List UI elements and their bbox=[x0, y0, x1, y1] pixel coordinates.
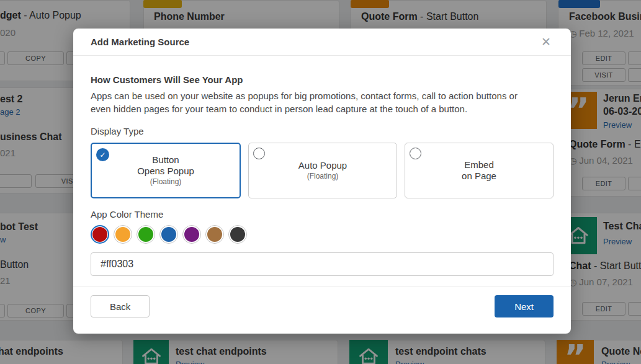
swatch-dot bbox=[161, 227, 176, 242]
option-line2: on Page bbox=[462, 171, 496, 182]
swatch-green[interactable] bbox=[137, 225, 155, 244]
swatch-red[interactable] bbox=[91, 225, 109, 244]
swatch-dot bbox=[207, 227, 222, 242]
app-window: dget - Auto Popup 020 COPY est 2 age 2 u… bbox=[0, 0, 641, 364]
swatch-dot bbox=[138, 227, 153, 242]
check-icon: ✓ bbox=[99, 151, 105, 159]
close-icon[interactable]: ✕ bbox=[539, 33, 554, 50]
back-button[interactable]: Back bbox=[91, 295, 150, 317]
option-button-opens-popup[interactable]: ✓ Button Opens Popup (Floating) bbox=[91, 143, 241, 198]
next-button[interactable]: Next bbox=[495, 295, 554, 317]
add-marketing-source-modal: Add Marketing Source ✕ How Customers Wil… bbox=[73, 29, 571, 334]
color-swatches bbox=[91, 225, 554, 244]
modal-title: Add Marketing Source bbox=[91, 37, 189, 47]
swatch-dot bbox=[115, 227, 130, 242]
modal-body: How Customers Will See Your App Apps can… bbox=[73, 74, 571, 276]
section-heading: How Customers Will See Your App bbox=[91, 74, 554, 85]
option-embed-on-page[interactable]: Embed on Page bbox=[405, 143, 554, 198]
swatch-dark-gray[interactable] bbox=[228, 225, 247, 244]
section-description: Apps can be used on your website as popu… bbox=[91, 89, 537, 115]
option-auto-popup[interactable]: Auto Popup (Floating) bbox=[248, 143, 397, 198]
swatch-orange[interactable] bbox=[114, 225, 132, 244]
option-line1: Auto Popup bbox=[298, 160, 347, 171]
option-sub: (Floating) bbox=[307, 171, 339, 181]
swatch-brown[interactable] bbox=[205, 225, 224, 244]
option-line1: Embed bbox=[464, 159, 494, 171]
swatch-dot bbox=[230, 227, 245, 242]
option-sub: (Floating) bbox=[150, 177, 182, 187]
swatch-purple[interactable] bbox=[182, 225, 201, 244]
radio-unchecked-icon bbox=[410, 148, 421, 159]
modal-footer: Back Next bbox=[73, 286, 571, 317]
display-type-label: Display Type bbox=[91, 126, 554, 136]
swatch-dot bbox=[184, 227, 199, 242]
modal-header: Add Marketing Source ✕ bbox=[73, 29, 571, 56]
hex-color-input[interactable] bbox=[91, 252, 554, 276]
radio-checked-icon: ✓ bbox=[96, 148, 109, 161]
display-type-options: ✓ Button Opens Popup (Floating) Auto Pop… bbox=[91, 143, 554, 198]
option-line2: Opens Popup bbox=[137, 166, 194, 177]
radio-unchecked-icon bbox=[253, 148, 265, 159]
swatch-dot bbox=[92, 227, 107, 242]
swatch-blue[interactable] bbox=[159, 225, 178, 244]
color-theme-label: App Color Theme bbox=[91, 209, 554, 220]
option-line1: Button bbox=[152, 154, 179, 166]
